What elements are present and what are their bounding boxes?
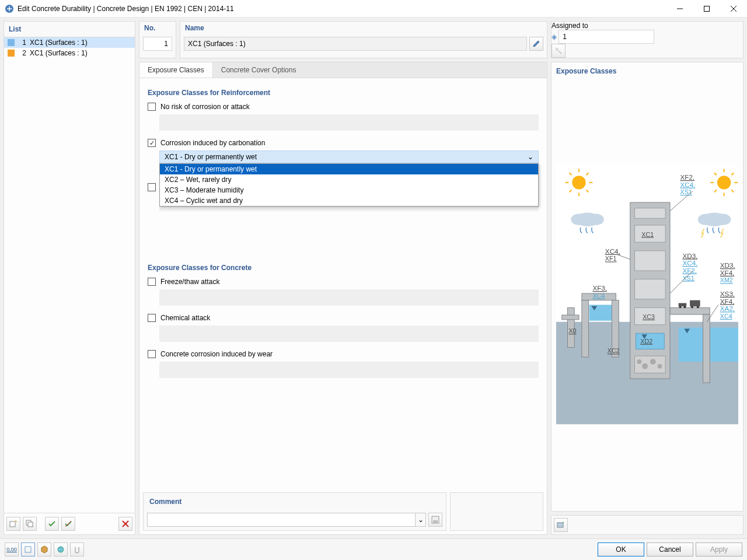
minimize-button[interactable] bbox=[666, 0, 693, 18]
model-button[interactable] bbox=[37, 542, 51, 556]
svg-text:XA2,: XA2, bbox=[720, 304, 735, 312]
new-item-button[interactable] bbox=[6, 517, 20, 531]
assigned-pick-button[interactable] bbox=[551, 44, 566, 58]
comment-label: Comment bbox=[147, 496, 442, 509]
svg-text:XM2: XM2 bbox=[720, 276, 733, 284]
checkbox-freeze[interactable] bbox=[148, 278, 156, 286]
no-input[interactable]: 1 bbox=[143, 37, 172, 51]
assigned-box: Assigned to ◈ bbox=[551, 21, 743, 58]
label-no-risk: No risk of corrosion or attack bbox=[160, 103, 250, 111]
svg-text:XS1: XS1 bbox=[682, 274, 694, 281]
dropdown-option[interactable]: XC3 – Moderate humidity bbox=[160, 185, 538, 195]
check-all-button[interactable] bbox=[45, 517, 59, 531]
list-body: 1 XC1 (Surfaces : 1) 2 XC1 (Surfaces : 1… bbox=[4, 37, 135, 513]
list-item-label: XC1 (Surfaces : 1) bbox=[30, 38, 88, 47]
label-wear: Concrete corrosion induced by wear bbox=[160, 350, 273, 358]
svg-text:XC4,: XC4, bbox=[682, 259, 697, 267]
tab-strip: Exposure Classes Concrete Cover Options bbox=[139, 62, 547, 78]
assigned-icon: ◈ bbox=[551, 33, 557, 41]
comment-box: Comment ⌄ bbox=[143, 492, 446, 531]
chevron-down-icon[interactable]: ⌄ bbox=[416, 513, 426, 527]
svg-text:XC4: XC4 bbox=[592, 292, 605, 299]
section-reinforcement-title: Exposure Classes for Reinforcement bbox=[148, 89, 539, 97]
assigned-label: Assigned to bbox=[551, 22, 743, 30]
script-button[interactable] bbox=[70, 542, 84, 556]
units-button[interactable]: 0,00 bbox=[5, 542, 19, 556]
svg-rect-5 bbox=[10, 522, 15, 527]
preview-export-button[interactable] bbox=[554, 518, 568, 532]
svg-rect-64 bbox=[690, 300, 700, 306]
svg-text:XD3,: XD3, bbox=[720, 261, 735, 269]
uncheck-all-button[interactable] bbox=[61, 517, 75, 531]
comment-input[interactable] bbox=[147, 513, 416, 527]
list-item[interactable]: 1 XC1 (Surfaces : 1) bbox=[4, 37, 135, 48]
no-box: No. 1 bbox=[139, 21, 176, 58]
name-input[interactable]: XC1 (Surfaces : 1) bbox=[184, 37, 527, 51]
dropdown-option[interactable]: XC4 – Cyclic wet and dry bbox=[160, 195, 538, 206]
list-item-label: XC1 (Surfaces : 1) bbox=[30, 49, 88, 57]
svg-point-66 bbox=[697, 306, 699, 308]
svg-text:XF2,: XF2, bbox=[682, 266, 696, 274]
checkbox-carbonation[interactable] bbox=[148, 139, 156, 147]
checkbox-no-risk[interactable] bbox=[148, 103, 156, 111]
list-color-swatch bbox=[8, 50, 15, 57]
dropdown-option[interactable]: XC2 – Wet, rarely dry bbox=[160, 174, 538, 185]
tab-concrete-cover[interactable]: Concrete Cover Options bbox=[213, 62, 305, 78]
svg-point-37 bbox=[571, 214, 587, 225]
ok-button[interactable]: OK bbox=[598, 542, 644, 556]
svg-rect-45 bbox=[635, 250, 666, 270]
svg-text:XF1: XF1 bbox=[605, 255, 617, 262]
svg-text:XC4: XC4 bbox=[720, 312, 732, 319]
dropdown-option[interactable]: XC1 - Dry or permanently wet bbox=[160, 164, 538, 174]
preview-title: Exposure Classes bbox=[556, 67, 738, 75]
close-button[interactable] bbox=[720, 0, 747, 18]
svg-text:XD2: XD2 bbox=[640, 337, 652, 344]
cancel-button[interactable]: Cancel bbox=[647, 542, 693, 556]
delete-item-button[interactable] bbox=[118, 517, 132, 531]
svg-rect-93 bbox=[557, 523, 563, 527]
dropdown-popup: XC1 - Dry or permanently wet XC2 – Wet, … bbox=[159, 163, 539, 206]
svg-point-50 bbox=[637, 359, 641, 364]
dropdown-selected-value: XC1 - Dry or permanently wet bbox=[165, 153, 257, 161]
copy-item-button[interactable] bbox=[23, 517, 37, 531]
assigned-input[interactable] bbox=[558, 30, 654, 44]
no-label: No. bbox=[139, 22, 176, 34]
svg-point-38 bbox=[588, 214, 604, 225]
svg-text:XC4,: XC4, bbox=[605, 247, 620, 254]
svg-rect-13 bbox=[433, 520, 438, 523]
svg-rect-46 bbox=[635, 279, 666, 299]
svg-rect-61 bbox=[679, 303, 687, 306]
name-box: Name XC1 (Surfaces : 1) bbox=[180, 21, 547, 58]
comment-save-button[interactable] bbox=[428, 513, 442, 527]
svg-rect-59 bbox=[670, 307, 710, 314]
svg-line-9 bbox=[65, 521, 71, 527]
svg-text:XF4,: XF4, bbox=[720, 297, 734, 304]
globe-button[interactable] bbox=[54, 542, 68, 556]
view-button[interactable] bbox=[21, 542, 35, 556]
carbonation-dropdown[interactable]: XC1 - Dry or permanently wet ⌄ XC1 - Dry… bbox=[159, 150, 539, 163]
checkbox-chemical[interactable] bbox=[148, 314, 156, 322]
svg-point-40 bbox=[698, 214, 714, 225]
list-color-swatch bbox=[8, 39, 15, 46]
disabled-band bbox=[159, 114, 539, 131]
label-freeze: Freeze/thaw attack bbox=[160, 278, 219, 286]
svg-text:XC1: XC1 bbox=[641, 230, 654, 237]
svg-rect-60 bbox=[703, 314, 710, 383]
checkbox-chlorides-sea[interactable] bbox=[148, 183, 156, 191]
label-chemical: Chemical attack bbox=[160, 314, 210, 322]
svg-rect-55 bbox=[562, 315, 579, 320]
apply-button[interactable]: Apply bbox=[696, 542, 742, 556]
chevron-down-icon: ⌄ bbox=[528, 153, 533, 161]
comment-combo[interactable]: ⌄ bbox=[147, 513, 426, 527]
list-panel: List 1 XC1 (Surfaces : 1) 2 XC1 (Surface… bbox=[4, 21, 135, 535]
svg-text:XD3,: XD3, bbox=[682, 251, 697, 259]
disabled-band bbox=[159, 326, 539, 342]
tabs-container: Exposure Classes Concrete Cover Options … bbox=[139, 62, 547, 535]
list-item[interactable]: 2 XC1 (Surfaces : 1) bbox=[4, 48, 135, 58]
tab-exposure-classes[interactable]: Exposure Classes bbox=[139, 62, 213, 78]
checkbox-wear[interactable] bbox=[148, 350, 156, 358]
edit-name-button[interactable] bbox=[529, 37, 543, 51]
label-carbonation: Corrosion induced by carbonation bbox=[160, 139, 265, 147]
app-icon bbox=[5, 4, 14, 13]
maximize-button[interactable] bbox=[693, 0, 720, 18]
